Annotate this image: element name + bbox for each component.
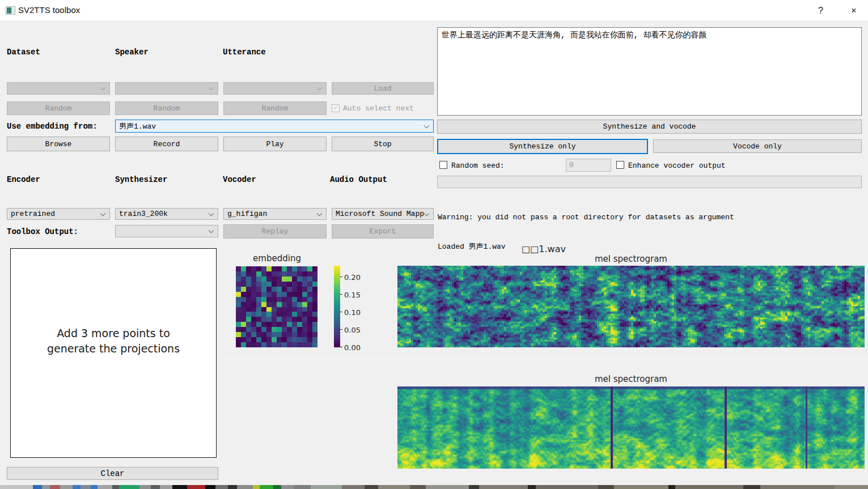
- browse-button[interactable]: Browse: [7, 137, 110, 151]
- chevron-down-icon: [209, 210, 214, 216]
- colorbar-tick-label: 0.10: [344, 308, 361, 317]
- synthesizer-label: Synthesizer: [115, 175, 167, 184]
- use-embedding-label: Use embedding from:: [7, 122, 98, 131]
- mel-spectrogram-top-title: mel spectrogram: [574, 254, 688, 264]
- strip-segment: [33, 485, 42, 489]
- strip-segment: [160, 485, 172, 489]
- seed-input[interactable]: [566, 159, 611, 172]
- colorbar-tick-label: 0.00: [344, 343, 361, 352]
- utterance-random-button[interactable]: Random: [223, 101, 327, 115]
- window-title: SV2TTS toolbox: [18, 5, 80, 15]
- synthesize-and-vocode-button[interactable]: Synthesize and vocode: [437, 120, 862, 134]
- synthesizer-select[interactable]: train3_200k: [115, 208, 218, 220]
- synthesize-only-button[interactable]: Synthesize only: [437, 139, 648, 154]
- strip-segment: [187, 485, 205, 489]
- colorbar-tick-label: 0.20: [344, 273, 361, 282]
- speaker-label: Speaker: [115, 48, 149, 57]
- strip-segment: [536, 485, 598, 489]
- strip-segment: [598, 485, 614, 489]
- strip-segment: [528, 485, 536, 489]
- strip-segment: [760, 485, 834, 489]
- auto-select-checkbox[interactable]: ✓: [332, 104, 340, 112]
- strip-segment: [0, 485, 33, 489]
- record-button[interactable]: Record: [115, 137, 218, 151]
- app-icon: [6, 6, 15, 15]
- enhance-vocoder-label: Enhance vocoder output: [628, 161, 726, 170]
- play-button[interactable]: Play: [223, 137, 327, 151]
- strip-segment: [834, 485, 868, 489]
- figure-divider: [221, 358, 868, 359]
- chevron-down-icon: [424, 122, 430, 128]
- strip-segment: [237, 485, 253, 489]
- strip-segment: [253, 485, 260, 489]
- current-wav-title: □□1.wav: [487, 244, 600, 254]
- colorbar-tick: [340, 312, 342, 312]
- audio-output-label: Audio Output: [330, 175, 387, 184]
- dataset-random-button[interactable]: Random: [7, 101, 110, 115]
- strip-segment: [205, 485, 215, 489]
- strip-segment: [479, 485, 528, 489]
- replay-button[interactable]: Replay: [223, 224, 327, 239]
- strip-segment: [119, 485, 139, 489]
- strip-segment: [675, 485, 743, 489]
- close-button[interactable]: ×: [840, 0, 868, 21]
- strip-segment: [260, 485, 273, 489]
- chevron-down-icon: [100, 85, 106, 91]
- audio-output-select[interactable]: Microsoft Sound Mapp: [332, 208, 434, 220]
- strip-segment: [410, 485, 426, 489]
- export-button[interactable]: Export: [332, 224, 434, 239]
- strip-segment: [614, 485, 668, 489]
- utterance-select[interactable]: [223, 82, 327, 95]
- colorbar-tick-label: 0.05: [344, 326, 361, 334]
- toolbox-output-label: Toolbox Output:: [7, 227, 78, 236]
- speaker-random-button[interactable]: Random: [115, 101, 218, 115]
- random-seed-checkbox[interactable]: [439, 161, 447, 169]
- colorbar-tick: [340, 294, 342, 295]
- strip-segment: [311, 485, 342, 489]
- strip-segment: [50, 485, 60, 489]
- projection-message: Add 3 more points to generate the projec…: [10, 326, 217, 356]
- strip-segment: [342, 485, 365, 489]
- dataset-select[interactable]: [7, 82, 110, 95]
- chevron-down-icon: [317, 85, 323, 91]
- vocoder-select[interactable]: g_hifigan: [223, 208, 327, 220]
- strip-segment: [743, 485, 760, 489]
- enhance-vocoder-checkbox[interactable]: [616, 161, 624, 169]
- titlebar: SV2TTS toolbox ? ×: [0, 0, 868, 22]
- toolbox-output-select[interactable]: [115, 225, 218, 237]
- colorbar-tick: [340, 329, 342, 330]
- mel-spectrogram-bottom: [397, 386, 865, 469]
- embedding-source-select[interactable]: 男声1.wav: [115, 120, 434, 133]
- embedding-title: embedding: [236, 253, 317, 263]
- strip-segment: [91, 485, 98, 489]
- embedding-heatmap: [236, 266, 317, 347]
- clear-button[interactable]: Clear: [7, 467, 218, 480]
- encoder-label: Encoder: [7, 175, 40, 184]
- text-prompt-input[interactable]: 世界上最遥远的距离不是天涯海角, 而是我站在你面前, 却看不见你的容颜: [437, 27, 862, 116]
- chevron-down-icon: [317, 210, 323, 216]
- strip-segment: [112, 485, 119, 489]
- help-button[interactable]: ?: [808, 0, 833, 21]
- encoder-select[interactable]: pretrained: [7, 208, 110, 220]
- colorbar-tick: [340, 277, 342, 277]
- stop-button[interactable]: Stop: [332, 137, 434, 151]
- load-button[interactable]: Load: [332, 82, 434, 95]
- strip-segment: [228, 485, 237, 489]
- mel-spectrogram-bottom-title: mel spectrogram: [574, 374, 688, 384]
- strip-segment: [273, 485, 281, 489]
- strip-segment: [42, 485, 50, 489]
- dataset-label: Dataset: [7, 48, 40, 57]
- random-seed-label: Random seed:: [451, 161, 505, 170]
- strip-segment: [60, 485, 73, 489]
- speaker-select[interactable]: [115, 82, 218, 95]
- progress-bar: [437, 176, 862, 188]
- chevron-down-icon: [209, 85, 214, 91]
- strip-segment: [426, 485, 469, 489]
- strip-segment: [151, 485, 160, 489]
- vocode-only-button[interactable]: Vocode only: [653, 139, 862, 153]
- mel-spectrogram-top: [397, 266, 865, 347]
- background-window-strip: [0, 485, 868, 489]
- colorbar-tick: [340, 347, 342, 347]
- utterance-label: Utterance: [223, 48, 266, 57]
- embedding-colorbar: [334, 266, 340, 347]
